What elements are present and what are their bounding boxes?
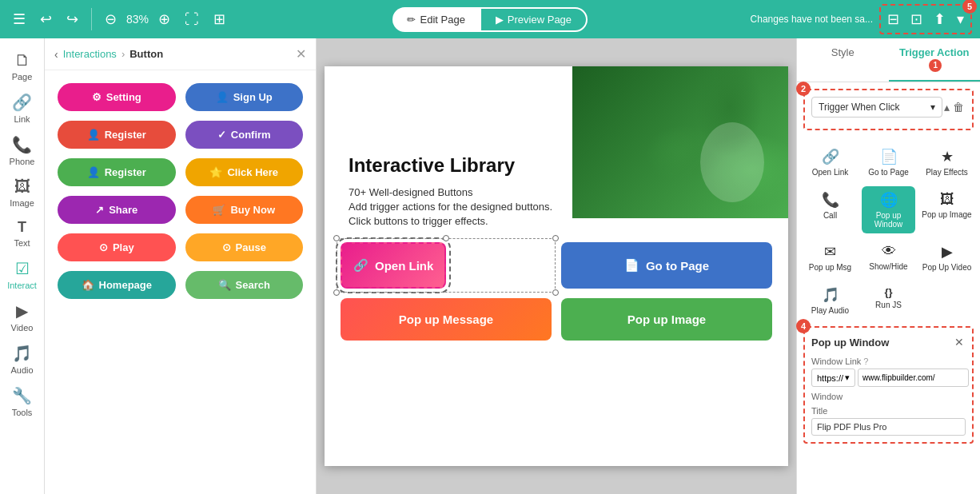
close-popup-window-button[interactable]: ✕ bbox=[953, 334, 966, 350]
signup-button[interactable]: 👤 Sign Up bbox=[185, 83, 304, 111]
url-protocol-select[interactable]: https:// ▾ bbox=[811, 369, 855, 387]
toolbar-right: Changes have not been sa... 5 ⊟ ⊡ ⬆ ▾ bbox=[751, 4, 972, 34]
sidebar-item-text[interactable]: T Text bbox=[2, 214, 42, 253]
handle-bl bbox=[333, 289, 340, 296]
action-popup-image[interactable]: 🖼 Pop up Image bbox=[920, 186, 974, 233]
toolbar-center: ✏ Edit Page ▶ Preview Page bbox=[235, 7, 746, 32]
sidebar-item-interact[interactable]: ☑ Interact bbox=[2, 254, 42, 295]
click-here-button[interactable]: ⭐ Click Here bbox=[185, 158, 304, 186]
action-popup-window[interactable]: 🌐 Pop up Window bbox=[862, 186, 915, 233]
delete-trigger-button[interactable]: 🗑 bbox=[951, 99, 966, 115]
zoom-out-button[interactable]: ⊖ bbox=[100, 7, 122, 31]
sidebar-item-page[interactable]: 🗋 Page bbox=[2, 46, 42, 86]
sidebar-item-tools[interactable]: 🔧 Tools bbox=[2, 381, 42, 422]
menu-button[interactable]: ☰ bbox=[8, 7, 30, 31]
cup-decoration bbox=[700, 122, 764, 202]
run-js-icon: {} bbox=[884, 286, 892, 298]
play-audio-icon: 🎵 bbox=[822, 286, 839, 304]
buy-now-button[interactable]: 🛒 Buy Now bbox=[185, 196, 304, 224]
chevron-icon: ▾ bbox=[845, 372, 850, 383]
handle-top bbox=[443, 235, 449, 241]
edit-page-button[interactable]: ✏ Edit Page bbox=[392, 7, 479, 32]
pause-icon: ⊙ bbox=[222, 241, 231, 253]
popup-image-canvas-button[interactable]: Pop up Image bbox=[561, 298, 772, 341]
fullscreen-button[interactable]: ⛶ bbox=[180, 8, 204, 31]
redo-button[interactable]: ↪ bbox=[62, 7, 83, 31]
sidebar-item-video[interactable]: ▶ Video bbox=[2, 297, 42, 337]
trigger-dropdown[interactable]: Trigger When Click ▾ bbox=[811, 97, 942, 118]
tab-trigger-action[interactable]: Trigger Action 1 bbox=[889, 38, 981, 82]
grid-button[interactable]: ⊞ bbox=[209, 7, 230, 31]
phone-icon: 📞 bbox=[12, 135, 32, 154]
breadcrumb-button: Button bbox=[129, 48, 163, 60]
layout-button-1[interactable]: ⊟ bbox=[882, 7, 904, 31]
signup-icon: 👤 bbox=[216, 91, 229, 103]
zoom-in-button[interactable]: ⊕ bbox=[153, 7, 175, 31]
goto-page-action-icon: 📄 bbox=[880, 148, 898, 165]
action-open-link[interactable]: 🔗 Open Link bbox=[803, 143, 857, 181]
confirm-button[interactable]: ✓ Confirm bbox=[185, 121, 304, 149]
sidebar-item-audio[interactable]: 🎵 Audio bbox=[2, 339, 42, 380]
action-play-audio[interactable]: 🎵 Play Audio bbox=[803, 281, 857, 320]
toolbar: ☰ ↩ ↪ ⊖ 83% ⊕ ⛶ ⊞ ✏ Edit Page ▶ Preview … bbox=[0, 0, 980, 38]
url-value-input[interactable] bbox=[858, 369, 969, 387]
share-button-panel[interactable]: ↗ Share bbox=[58, 196, 176, 224]
action-popup-video[interactable]: ▶ Pop Up Video bbox=[920, 238, 974, 277]
audio-icon: 🎵 bbox=[12, 344, 32, 363]
pause-button[interactable]: ⊙ Pause bbox=[185, 233, 304, 261]
setting-button[interactable]: ⚙ Setting bbox=[58, 83, 176, 111]
canvas-area: Interactive Library 70+ Well-designed Bu… bbox=[317, 38, 796, 494]
register-button-1[interactable]: 👤 Register bbox=[58, 121, 176, 149]
popup-msg-icon: ✉ bbox=[824, 243, 836, 261]
sidebar-item-phone[interactable]: 📞 Phone bbox=[2, 130, 42, 171]
sort-up-button[interactable]: ▴ bbox=[942, 99, 951, 115]
badge-5: 5 bbox=[962, 0, 977, 14]
click-here-icon: ⭐ bbox=[209, 166, 222, 178]
preview-page-button[interactable]: ▶ Preview Page bbox=[480, 7, 588, 32]
badge-1: 1 bbox=[929, 59, 942, 72]
breadcrumb-separator: › bbox=[122, 48, 125, 60]
trigger-select-section: Trigger When Click ▾ ▴ 🗑 bbox=[803, 89, 974, 130]
play-button[interactable]: ⊙ Play bbox=[58, 233, 176, 261]
back-arrow-icon[interactable]: ‹ bbox=[54, 48, 58, 61]
main-content: 🗋 Page 🔗 Link 📞 Phone 🖼 Image T Text ☑ I… bbox=[0, 38, 980, 494]
layout-button-2[interactable]: ⊡ bbox=[906, 7, 927, 31]
open-link-action-icon: 🔗 bbox=[822, 148, 839, 165]
sidebar-item-image[interactable]: 🖼 Image bbox=[2, 173, 42, 213]
right-panel: Style Trigger Action 1 2 Trigger When Cl… bbox=[796, 38, 980, 494]
register-button-2[interactable]: 👤 Register bbox=[58, 158, 176, 186]
action-goto-page[interactable]: 📄 Go to Page bbox=[862, 143, 915, 181]
title-input[interactable] bbox=[811, 418, 966, 436]
homepage-button[interactable]: 🏠 Homepage bbox=[58, 271, 176, 299]
undo-button[interactable]: ↩ bbox=[35, 7, 57, 31]
popup-window-title: Pop up Window ✕ bbox=[811, 334, 966, 350]
action-call[interactable]: 📞 Call bbox=[803, 186, 857, 233]
breadcrumb-interactions[interactable]: Interactions bbox=[63, 48, 117, 60]
page-canvas: Interactive Library 70+ Well-designed Bu… bbox=[325, 66, 788, 466]
window-link-label: Window Link ? bbox=[811, 357, 966, 366]
goto-page-canvas-button[interactable]: 📄 Go to Page bbox=[561, 242, 772, 289]
popup-window-section-wrapper: 4 Pop up Window ✕ Window Link ? https://… bbox=[803, 326, 974, 444]
action-popup-msg[interactable]: ✉ Pop up Msg bbox=[803, 238, 857, 277]
popup-message-canvas-button[interactable]: Pop up Message bbox=[341, 298, 552, 341]
changes-label: Changes have not been sa... bbox=[751, 14, 873, 25]
close-panel-button[interactable]: ✕ bbox=[296, 46, 306, 62]
search-button[interactable]: 🔍 Search bbox=[185, 271, 304, 299]
tab-style[interactable]: Style bbox=[797, 38, 889, 82]
play-icon: ⊙ bbox=[99, 241, 108, 253]
chevron-down-icon: ▾ bbox=[930, 102, 935, 113]
divider-1 bbox=[91, 8, 92, 30]
action-play-effects[interactable]: ★ Play Effects bbox=[920, 143, 974, 181]
sidebar-item-link[interactable]: 🔗 Link bbox=[2, 88, 42, 129]
sidebar-label-audio: Audio bbox=[10, 365, 33, 375]
open-link-canvas-button[interactable]: 🔗 Open Link bbox=[341, 242, 446, 289]
canvas-subtitle-2: Add trigger actions for the designed but… bbox=[349, 201, 552, 213]
handle-br bbox=[552, 289, 559, 296]
action-run-js[interactable]: {} Run JS bbox=[862, 281, 915, 320]
share-button[interactable]: ⬆ bbox=[929, 7, 950, 31]
toolbar-icon-group: 5 ⊟ ⊡ ⬆ ▾ bbox=[879, 4, 972, 34]
action-show-hide[interactable]: 👁 Show/Hide bbox=[862, 238, 915, 277]
sidebar-label-image: Image bbox=[10, 198, 34, 208]
zoom-level: 83% bbox=[126, 13, 149, 26]
search-icon: 🔍 bbox=[218, 279, 231, 291]
